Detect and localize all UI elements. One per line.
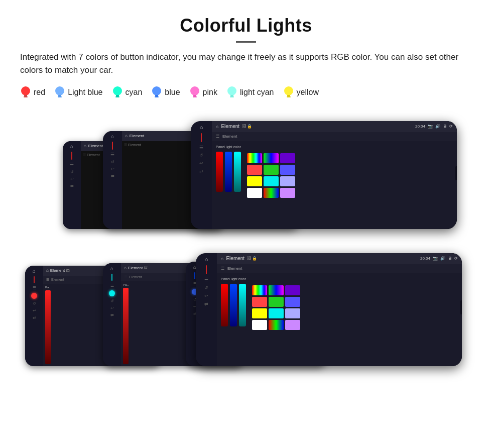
svg-rect-10: [155, 95, 158, 96]
color-row: red Light blue cyan blue: [20, 85, 472, 99]
color-label-blue: blue: [165, 88, 180, 97]
svg-point-12: [190, 86, 199, 95]
left-panel-mid: ⌂ ☰ ↺ ↩ ⇄: [103, 131, 122, 229]
svg-rect-16: [230, 95, 233, 96]
svg-point-9: [152, 86, 161, 95]
device-bottom-4: ⌂ ☰ ↺ ↩ ⇄ ⌂ Element 🖼 🔒 20:04 📷: [196, 253, 462, 366]
color-item-pink: pink: [189, 85, 217, 99]
svg-point-3: [55, 86, 64, 95]
bulb-yellow: [283, 85, 294, 99]
svg-rect-19: [287, 95, 290, 96]
color-item-cyan: cyan: [112, 85, 143, 99]
color-item-blue: blue: [151, 85, 180, 99]
bulb-blue: [151, 85, 162, 99]
color-item-yellow: yellow: [283, 85, 319, 99]
title-divider: [236, 41, 256, 43]
svg-point-6: [113, 86, 122, 95]
svg-rect-20: [287, 96, 291, 97]
device-front-top: ⌂ ☰ ↺ ↩ ⇄ ⌂ Element 🖼 🔒 20:04 📷: [191, 121, 457, 229]
svg-rect-7: [116, 95, 119, 96]
page-description: Integrated with 7 colors of button indic…: [20, 51, 472, 77]
panel-label-top: Panel light color: [216, 145, 241, 149]
svg-point-18: [284, 86, 293, 95]
svg-rect-17: [230, 96, 234, 97]
title-section: Colorful Lights: [20, 15, 472, 43]
bulb-cyan: [112, 85, 123, 99]
color-label-red: red: [34, 88, 45, 97]
color-label-pink: pink: [203, 88, 217, 97]
bulb-lightcyan: [226, 85, 237, 99]
svg-rect-14: [193, 96, 197, 97]
svg-rect-11: [155, 96, 159, 97]
color-label-yellow: yellow: [297, 88, 319, 97]
left-panel-back: ⌂ ☰ ↺ ↩ ⇄: [63, 141, 81, 229]
svg-rect-4: [58, 95, 61, 96]
svg-point-15: [227, 86, 236, 95]
page-title: Colorful Lights: [20, 15, 472, 36]
bulb-red: [20, 85, 31, 99]
color-item-red: red: [20, 85, 45, 99]
panel-label-bottom: Panel light color: [221, 277, 246, 281]
svg-point-0: [21, 86, 30, 95]
svg-rect-8: [115, 96, 119, 97]
left-panel-front: ⌂ ☰ ↺ ↩ ⇄: [191, 121, 212, 229]
bottom-device-row: ⌂ ☰ ↺ ↩ ⇄ ⌂Element🖼 ☰Element Pa...: [20, 243, 472, 366]
color-item-lightcyan: light cyan: [226, 85, 274, 99]
color-label-lightcyan: light cyan: [240, 88, 274, 97]
svg-rect-5: [58, 96, 62, 97]
bulb-lightblue: [54, 85, 65, 99]
color-item-lightblue: Light blue: [54, 85, 102, 99]
bulb-pink: [189, 85, 200, 99]
svg-rect-2: [24, 96, 28, 97]
svg-rect-1: [24, 95, 27, 96]
svg-rect-13: [193, 95, 196, 96]
color-label-cyan: cyan: [126, 88, 143, 97]
color-label-lightblue: Light blue: [68, 88, 102, 97]
top-device-row: ⌂ ☰ ↺ ↩ ⇄ ⌂Element ☰ Element ⌂ ☰: [20, 114, 472, 229]
page-wrapper: Colorful Lights Integrated with 7 colors…: [0, 0, 492, 386]
